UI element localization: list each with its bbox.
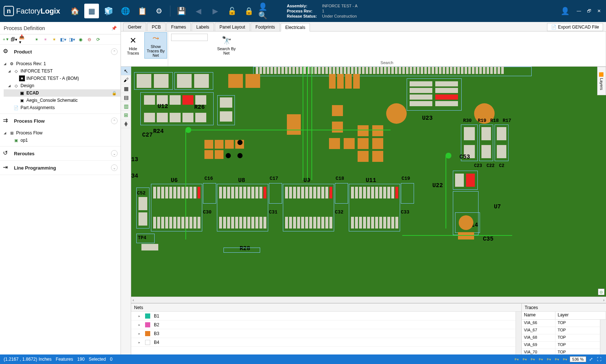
tab-electricals[interactable]: Electricals xyxy=(281,23,310,31)
section-product-head[interactable]: ⚙ Product ⌃ xyxy=(0,45,121,59)
layer-blue-icon[interactable]: ◧▾ xyxy=(59,36,67,43)
nets-scrollbar[interactable] xyxy=(516,312,521,354)
tab-pcb[interactable]: PCB xyxy=(147,23,166,31)
sb-key6-icon[interactable]: 🗝 xyxy=(554,356,560,363)
layer-blue2-icon[interactable]: ◨▾ xyxy=(68,36,75,43)
vt-grid1-icon[interactable]: ▦ xyxy=(121,84,131,93)
window-restore[interactable]: 🗗 xyxy=(585,7,593,15)
pcb-viewport[interactable]: 🟧 Layers xyxy=(131,67,606,297)
ecad-icon: ▣ xyxy=(19,90,25,96)
collapse-icon[interactable]: ⌃ xyxy=(111,48,118,55)
back-icon[interactable]: ◀ xyxy=(191,4,206,18)
tree-row-flow[interactable]: ◢⊞Process Flow xyxy=(4,129,121,137)
hide-traces-button[interactable]: ✕ Hide Traces xyxy=(122,32,144,59)
sb-key2-icon[interactable]: 🗝 xyxy=(521,356,528,363)
trace-row[interactable]: VIA_69TOP xyxy=(522,342,600,349)
window-minimize[interactable]: — xyxy=(575,7,583,15)
expand-icon[interactable]: ⌄ xyxy=(111,164,118,171)
trace-row[interactable]: VIA_68TOP xyxy=(522,334,600,342)
vt-grid5-icon[interactable]: ⋕ xyxy=(121,119,131,128)
sb-key1-icon[interactable]: 🗝 xyxy=(513,356,520,363)
zoom-value[interactable]: 536 % xyxy=(570,356,586,362)
show-traces-button[interactable]: ⤳ Show Traces By Net xyxy=(144,32,167,59)
app-root: n FactoryLogix 🏠 ▦ 🧊 🌐 📋 ⚙ 💾 ◀ ▶ 🔓 🔒 👤🔍 … xyxy=(0,0,606,364)
star-pink-icon[interactable]: ✶ xyxy=(42,36,49,43)
vt-grid4-icon[interactable]: ⊞ xyxy=(121,111,131,119)
zoom-full-icon[interactable]: ⛶ xyxy=(596,356,602,363)
section-flow-head[interactable]: ⇉ Process Flow ⌃ xyxy=(0,114,121,128)
tree-row-ecad[interactable]: ▣ECAD🔒 xyxy=(4,89,121,97)
traces-column-headers: Name Layer xyxy=(522,312,606,320)
refresh-icon[interactable]: ⟳ xyxy=(95,36,102,43)
net-row[interactable]: ▸B4 xyxy=(131,338,516,347)
section-product: ⚙ Product ⌃ ◢⚙Process Rev: 1 ◢◇INFORCE T… xyxy=(0,45,121,114)
unlock-icon[interactable]: 🔓 xyxy=(225,4,239,18)
import-icon[interactable]: 📥▾ xyxy=(19,36,26,43)
sb-key4-icon[interactable]: 🗝 xyxy=(537,356,544,363)
tab-frames[interactable]: Frames xyxy=(166,23,191,31)
add-icon[interactable]: ＋▾ xyxy=(1,36,9,43)
traces-scrollbar[interactable] xyxy=(600,320,606,354)
circle-green-icon[interactable]: ◉ xyxy=(77,36,84,43)
globe-icon[interactable]: 🌐 xyxy=(118,4,133,18)
circle-red-icon[interactable]: ⊖ xyxy=(86,36,93,43)
tree-row-op1[interactable]: ▣op1 xyxy=(4,137,121,144)
viewport-hscroll[interactable]: ‹› xyxy=(131,297,606,303)
status-features-value: 190 xyxy=(77,357,85,362)
save-icon[interactable]: 💾 xyxy=(174,4,189,18)
search-input[interactable] xyxy=(171,34,208,41)
sb-key3-icon[interactable]: 🗝 xyxy=(529,356,536,363)
vt-grid3-icon[interactable]: ▥ xyxy=(121,102,131,111)
tree-row-schematic[interactable]: ▣Aegis_Console Schematic xyxy=(4,97,121,104)
pin-icon[interactable]: 📌 xyxy=(111,26,117,31)
clipboard-icon[interactable]: 📋 xyxy=(135,4,149,18)
zoom-fit-icon[interactable]: ⤢ xyxy=(588,356,594,363)
tab-panel-layout[interactable]: Panel Layout xyxy=(215,23,250,31)
tree-row-asm[interactable]: ◢◇INFORCE TEST xyxy=(4,67,121,75)
sb-key7-icon[interactable]: 🗝 xyxy=(562,356,568,363)
star-yellow-icon[interactable]: ✶ xyxy=(51,36,58,43)
tree-row-rev[interactable]: ◢⚙Process Rev: 1 xyxy=(4,60,121,67)
sb-key5-icon[interactable]: 🗝 xyxy=(546,356,552,363)
expand-icon[interactable]: ⌄ xyxy=(111,150,118,157)
net-row[interactable]: ▸B3 xyxy=(131,329,516,338)
tab-gerber[interactable]: Gerber xyxy=(123,23,146,31)
grid-icon[interactable]: ▦ xyxy=(84,4,99,18)
tab-footprints[interactable]: Footprints xyxy=(251,23,280,31)
vt-brush-icon[interactable]: 🖌 xyxy=(121,75,131,84)
trace-row[interactable]: VIA_70TOP xyxy=(522,349,600,354)
tree-row-parts[interactable]: 📄Part Assignments xyxy=(4,104,121,111)
user-search-icon[interactable]: 👤🔍 xyxy=(258,4,273,18)
copy-icon[interactable]: 🗐▾ xyxy=(10,36,18,43)
sidebar-title: Process Definition xyxy=(4,25,45,31)
trace-row[interactable]: VIA_67TOP xyxy=(522,327,600,334)
user-avatar-icon[interactable]: 👤 xyxy=(558,4,572,18)
window-close[interactable]: ✕ xyxy=(596,7,602,15)
locate-target-button[interactable]: ◎ xyxy=(598,289,605,295)
search-by-net-button[interactable]: 🔭 Search By Net xyxy=(215,32,238,59)
tree-row-bom[interactable]: ■INFORCE TEST - A (BOM) xyxy=(4,75,121,82)
status-units: Inches xyxy=(38,357,51,362)
section-reroutes-head[interactable]: ↺ Reroutes ⌄ xyxy=(0,146,121,160)
export-gencad-button[interactable]: 📄 Export GENCAD File xyxy=(547,23,603,31)
collapse-icon[interactable]: ⌃ xyxy=(111,118,118,124)
net-row[interactable]: ▸B1 xyxy=(131,312,516,320)
lock-icon[interactable]: 🔒 xyxy=(241,4,256,18)
trace-row[interactable]: VIA_66TOP xyxy=(522,320,600,327)
package-icon[interactable]: 🧊 xyxy=(101,4,116,18)
op-icon: ▣ xyxy=(13,137,19,143)
gear-icon[interactable]: ⚙ xyxy=(152,4,166,18)
net-row[interactable]: ▸B2 xyxy=(131,320,516,329)
star-green-icon[interactable]: ✶ xyxy=(33,36,40,43)
section-line-head[interactable]: ⇥ Line Programming ⌄ xyxy=(0,161,121,175)
tree-row-design[interactable]: ◢◇Design xyxy=(4,82,121,89)
tab-labels[interactable]: Labels xyxy=(192,23,214,31)
section-flow: ⇉ Process Flow ⌃ ◢⊞Process Flow ▣op1 xyxy=(0,114,121,146)
home-icon[interactable]: 🏠 xyxy=(67,4,82,18)
vt-select-icon[interactable]: ↖ xyxy=(121,67,131,75)
vt-grid2-icon[interactable]: ▤ xyxy=(121,93,131,102)
forward-icon[interactable]: ▶ xyxy=(208,4,222,18)
ref-u23: U23 xyxy=(422,115,433,122)
traces-col-layer[interactable]: Layer xyxy=(555,312,606,319)
traces-col-name[interactable]: Name xyxy=(522,312,555,319)
